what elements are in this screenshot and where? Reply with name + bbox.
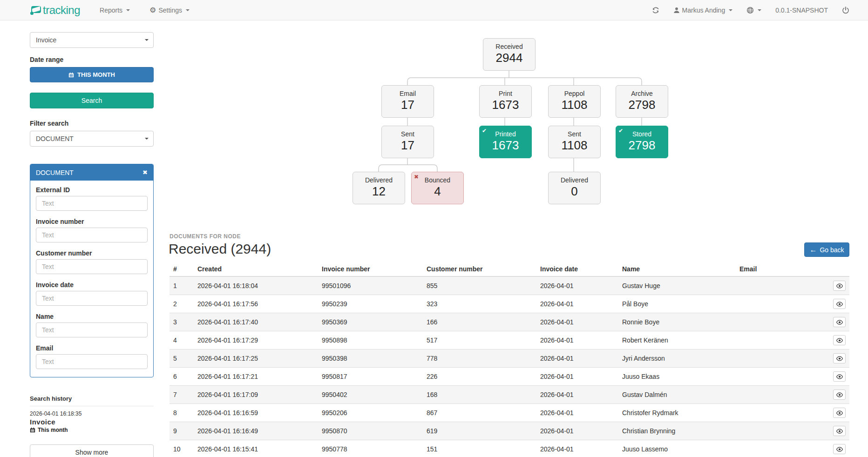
cell: 1 <box>170 276 194 295</box>
cell: 2026-04-01 16:16:49 <box>194 422 318 440</box>
cell: 2026-04-01 <box>536 276 618 295</box>
diagram-node-stored[interactable]: ✔Stored2798 <box>616 126 668 158</box>
node-label: Archive <box>616 90 668 97</box>
filter-field: Customer number <box>36 249 148 274</box>
eye-icon <box>836 320 843 325</box>
cell: 2026-04-01 16:16:59 <box>194 404 318 422</box>
diagram-node-sent-peppol[interactable]: Sent1108 <box>548 126 601 158</box>
diagram-node-bounced[interactable]: ✖Bounced4 <box>411 172 464 204</box>
filter-field-input-external-id[interactable] <box>36 196 148 211</box>
diagram-node-delivered-peppol[interactable]: Delivered0 <box>548 172 601 204</box>
nav-reports[interactable]: Reports <box>100 7 130 14</box>
search-history-range: This month <box>30 427 154 433</box>
power-icon[interactable] <box>842 7 849 14</box>
view-document-button[interactable] <box>833 390 846 400</box>
column-header-actions <box>821 263 849 276</box>
filter-field-input-customer-number[interactable] <box>36 259 148 274</box>
cell <box>736 422 821 440</box>
view-document-button[interactable] <box>833 335 846 345</box>
eye-icon <box>836 447 843 452</box>
back-arrow-icon: ← <box>809 246 817 254</box>
go-back-button[interactable]: ← Go back <box>804 242 849 257</box>
search-history-range-label: This month <box>38 427 68 433</box>
view-document-button[interactable] <box>833 408 846 418</box>
node-label: Print <box>480 90 531 97</box>
brand-logo[interactable]: tracking <box>30 4 80 17</box>
cell <box>736 404 821 422</box>
cell <box>736 331 821 349</box>
chevron-down-icon <box>145 39 149 41</box>
table-row: 32026-04-01 16:17:4099503691662026-04-01… <box>170 313 849 331</box>
column-header-invoice-date: Invoice date <box>536 263 618 276</box>
cell: 2026-04-01 16:17:29 <box>194 331 318 349</box>
filter-search-label: Filter search <box>30 120 68 127</box>
diagram-node-sent-email[interactable]: Sent17 <box>381 126 434 158</box>
nav-settings[interactable]: ⚙ Settings <box>149 7 190 14</box>
view-document-button[interactable] <box>833 371 846 382</box>
view-document-button[interactable] <box>833 426 846 436</box>
cell <box>736 349 821 368</box>
cell: 778 <box>423 349 536 368</box>
node-label: Received <box>483 43 535 50</box>
filter-field-input-name[interactable] <box>36 323 148 337</box>
nav-reports-label: Reports <box>100 7 122 14</box>
cell: Gustav Huge <box>618 276 736 295</box>
this-month-button[interactable]: THIS MONTH <box>30 67 154 82</box>
show-more-button[interactable]: Show more <box>30 444 154 457</box>
table-row: 82026-04-01 16:16:5999502068672026-04-01… <box>170 404 849 422</box>
eye-icon <box>836 429 843 434</box>
diagram-node-print[interactable]: Print1673 <box>479 85 532 118</box>
cell: 7 <box>170 386 194 404</box>
language-menu[interactable] <box>746 7 761 14</box>
user-menu[interactable]: Markus Anding <box>673 7 733 14</box>
cell: 3 <box>170 313 194 331</box>
cell: 619 <box>423 422 536 440</box>
search-history-type: Invoice <box>30 418 154 426</box>
filter-field-input-email[interactable] <box>36 354 148 369</box>
diagram-node-printed[interactable]: ✔Printed1673 <box>479 126 532 158</box>
cell-actions <box>821 276 849 295</box>
diagram-node-delivered-email[interactable]: Delivered12 <box>353 172 405 204</box>
chevron-down-icon <box>729 9 732 11</box>
view-document-button[interactable] <box>833 317 846 327</box>
view-document-button[interactable] <box>833 281 846 291</box>
filter-field-input-invoice-date[interactable] <box>36 291 148 306</box>
filter-select-value: DOCUMENT <box>36 135 74 142</box>
user-icon <box>673 7 680 13</box>
search-history-timestamp: 2026-04-01 16:18:35 <box>30 410 154 417</box>
node-value: 2944 <box>483 51 535 65</box>
filter-field-label: Invoice date <box>36 281 148 289</box>
search-button[interactable]: Search <box>30 93 154 108</box>
diagram-node-email[interactable]: Email17 <box>381 85 434 118</box>
search-history-entry[interactable]: 2026-04-01 16:18:35InvoiceThis month <box>30 410 154 433</box>
view-document-button[interactable] <box>833 353 846 363</box>
cell: 2026-04-01 <box>536 349 618 368</box>
cell: Juuso Lassemo <box>618 440 736 457</box>
cell: 9 <box>170 422 194 440</box>
view-document-button[interactable] <box>833 444 846 454</box>
diagram-node-archive[interactable]: Archive2798 <box>616 85 668 118</box>
check-icon: ✔ <box>618 128 623 134</box>
app: { "colors": { "brand_teal": "#1ea796", "… <box>0 0 868 457</box>
table-row: 42026-04-01 16:17:2999508985172026-04-01… <box>170 331 849 349</box>
filter-select[interactable]: DOCUMENT <box>30 131 154 147</box>
chevron-down-icon <box>758 9 761 11</box>
cell-actions <box>821 331 849 349</box>
close-icon[interactable]: ✖ <box>142 169 148 175</box>
node-label: Peppol <box>549 90 600 97</box>
node-value: 12 <box>353 184 405 199</box>
view-document-button[interactable] <box>833 299 846 309</box>
filter-field-input-invoice-number[interactable] <box>36 228 148 242</box>
diagram-node-peppol[interactable]: Peppol1108 <box>548 85 601 118</box>
divider <box>30 406 154 406</box>
table-row: 52026-04-01 16:17:2599503987782026-04-01… <box>170 349 849 368</box>
cell: 2026-04-01 <box>536 422 618 440</box>
document-type-select[interactable]: Invoice <box>30 32 154 48</box>
eye-icon <box>836 338 843 343</box>
eye-icon <box>836 410 843 416</box>
diagram-node-received[interactable]: Received2944 <box>483 38 536 71</box>
cell: 9950206 <box>318 404 423 422</box>
refresh-icon[interactable] <box>652 7 659 14</box>
table-row: 22026-04-01 16:17:5699502393232026-04-01… <box>170 295 849 313</box>
cell: 867 <box>423 404 536 422</box>
